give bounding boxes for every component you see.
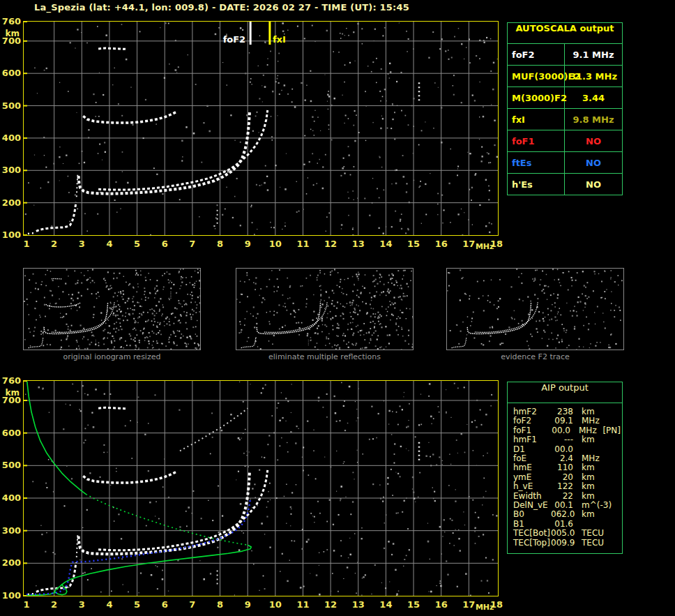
aip-row-TEC[Top]: TEC[Top]009.9TECU [513, 539, 621, 548]
autoscala-row-M(3000)F2: M(3000)F23.44 [508, 87, 622, 109]
parameter-value: 122 [551, 482, 573, 491]
parameter-label: foF2 [513, 416, 551, 426]
f2-extraordinary-trace-path [98, 470, 268, 550]
aip-row-Ewidth: Ewidth22km [513, 492, 621, 501]
autoscala-window: La_Spezia (lat: +44.1, lon: 009.8) - DAT… [0, 0, 675, 616]
profile-bottomside-trace-path [54, 545, 251, 594]
noise-layer [25, 382, 497, 596]
x-tick-label: 6 [156, 239, 174, 249]
thumbnail-evidence-F2-trace [446, 268, 624, 350]
x-tick-label: 9 [238, 599, 257, 610]
x-tick-label: 11 [294, 239, 312, 249]
parameter-label: M(3000)F2 [508, 87, 565, 108]
parameter-label: MUF(3000)F2 [508, 66, 565, 87]
parameter-label: TEC[Bot] [513, 529, 551, 538]
parameter-label: foF1 [513, 426, 549, 435]
parameter-label: foF1 [508, 130, 565, 151]
x-tick-label: 3 [73, 599, 91, 610]
aip-row-B1: B101.6 [513, 520, 621, 529]
parameter-value: --- [551, 435, 573, 444]
y-tick-label: 200 [1, 197, 21, 208]
aip-table-title: AIP output [508, 382, 622, 403]
parameter-value: 31.3 MHz [565, 66, 622, 87]
y-tick-label: 500 [1, 100, 21, 111]
aip-row-TEC[Bot]: TEC[Bot]005.0TECU [513, 529, 621, 538]
autoscala-row-h'Es: h'EsNO [508, 174, 622, 195]
noise-layer [25, 22, 498, 235]
x-tick-label: 5 [128, 599, 146, 610]
base-dots-trace-path [28, 233, 35, 234]
y-tick-label: 600 [1, 428, 21, 438]
x-tick-label: 11 [294, 599, 312, 610]
parameter-unit: km [582, 492, 605, 501]
thumbnail-canvas [24, 269, 200, 350]
parameter-label: hmF2 [513, 407, 551, 416]
high-multiple-trace-trace-path [98, 48, 126, 49]
oblique-noise-trace-path [180, 408, 248, 451]
autoscala-table-rows: foF29.1 MHzMUF(3000)F231.3 MHzM(3000)F23… [508, 44, 622, 195]
scaled-ionogram-canvas: foF2fxI [24, 22, 498, 235]
x-tick-label: 8 [211, 599, 229, 610]
parameter-unit: MHz [582, 454, 605, 463]
parameter-value: 238 [551, 407, 573, 416]
parameter-label: hmF1 [513, 435, 551, 444]
x-tick-label: 2 [45, 599, 63, 610]
parameter-note: [PN] [602, 426, 621, 435]
x-tick-label: 12 [321, 599, 340, 610]
x-tick-label: 1 [17, 599, 36, 610]
aip-row-foE: foE2.4MHz [513, 454, 621, 463]
f2-ordinary-trace-path [257, 303, 320, 334]
parameter-label: h_vE [513, 482, 551, 491]
y-tick-label: 200 [1, 557, 21, 568]
parameter-label: Ewidth [513, 492, 551, 501]
second-hop-trace-trace-path [83, 112, 176, 123]
x-axis-unit-label: MHz [476, 242, 494, 251]
parameter-value: 009.9 [551, 539, 573, 548]
e-trace-trace-path [241, 337, 256, 348]
parameter-unit: km [582, 463, 605, 472]
parameter-label: B0 [513, 510, 551, 519]
parameter-value: 9.8 MHz [565, 109, 622, 130]
e-trace-trace-path [36, 562, 76, 592]
aip-row-hmF1: hmF1---km [513, 435, 621, 444]
second-hop-trace-trace-path [83, 472, 176, 483]
x-tick-label: 4 [100, 239, 119, 249]
x-tick-label: 7 [183, 599, 202, 610]
parameter-value: 110 [551, 463, 573, 472]
parameter-value: 20 [551, 473, 573, 482]
parameter-unit: km [582, 473, 605, 482]
aip-row-foF1: foF100.0MHz[PN] [513, 426, 621, 435]
autoscala-table-title: AUTOSCALA output [508, 23, 622, 44]
x-tick-label: 16 [432, 239, 450, 249]
fxi-marker-label: fxI [273, 34, 286, 45]
thumbnail-original-ionogram-resized [23, 268, 201, 350]
parameter-value: 09.1 [551, 416, 573, 426]
x-tick-label: 15 [404, 599, 423, 610]
y-tick-label: 760 [1, 375, 21, 386]
fof2-marker-label: foF2 [223, 34, 246, 45]
parameter-value: 00.1 [551, 501, 573, 510]
parameter-value: 00.0 [551, 445, 573, 454]
parameter-value: 005.0 [551, 529, 573, 538]
x-tick-label: 14 [377, 599, 395, 610]
parameter-unit: km [582, 510, 605, 519]
x-axis-unit-label: MHz [476, 603, 494, 612]
parameter-label: D1 [513, 445, 551, 454]
scaled-ionogram-panel: foF2fxI [23, 21, 499, 236]
parameter-unit: m^(-3) [582, 501, 605, 510]
parameter-value: 2.4 [551, 454, 573, 463]
aip-row-ymE: ymE20km [513, 473, 621, 482]
parameter-label: B1 [513, 520, 551, 529]
thumbnail-canvas [447, 269, 623, 350]
parameter-unit [582, 520, 605, 529]
noise-layer [24, 269, 200, 350]
e-trace-trace-path [452, 337, 467, 348]
parameter-value: 22 [551, 492, 573, 501]
parameter-label: ymE [513, 473, 551, 482]
high-multiple-trace-trace-path [98, 407, 126, 408]
y-tick-label: 760 [1, 16, 21, 27]
y-tick-label: 500 [1, 460, 21, 470]
f2-ordinary-trace-path [79, 472, 250, 555]
x-tick-label: 4 [100, 599, 119, 610]
parameter-label: ftEs [508, 152, 565, 173]
